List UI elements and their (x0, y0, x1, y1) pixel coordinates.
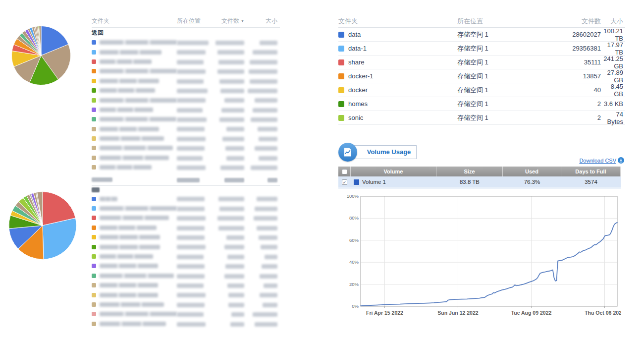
redacted-table-row[interactable] (92, 271, 280, 281)
column-header-size[interactable]: Size (436, 167, 503, 176)
redacted-location-cell (177, 153, 212, 162)
redacted-table-row[interactable] (92, 223, 280, 232)
redacted-table-row[interactable] (92, 281, 280, 290)
redacted-size-cell (244, 48, 280, 57)
back-row[interactable]: 返回 (92, 28, 280, 38)
redacted-table-row[interactable] (92, 232, 280, 242)
x-axis-label: Fri Apr 15 2022 (366, 310, 403, 316)
redacted-table-row[interactable] (92, 47, 280, 57)
redacted-location-cell (177, 242, 212, 251)
redacted-table-row[interactable] (92, 86, 280, 95)
column-header-location[interactable]: 所在位置 (457, 17, 540, 26)
redacted-table-row[interactable] (92, 124, 280, 134)
redacted-count-cell (212, 105, 244, 114)
redacted-table-row[interactable] (92, 252, 280, 261)
folder-table-row[interactable]: docker-1存储空间 11385727.89 GB (338, 69, 625, 83)
folder-table-row[interactable]: homes存储空间 123.6 KB (338, 97, 625, 111)
redacted-location (177, 137, 206, 141)
download-csv-link[interactable]: Download CSV (579, 157, 624, 164)
redacted-table-row[interactable] (92, 114, 280, 124)
redacted-location-cell (177, 204, 212, 213)
redacted-folder-cell (92, 312, 177, 316)
redacted-folder-name (100, 197, 117, 201)
redacted-count (231, 312, 244, 317)
column-header-location[interactable]: 所在位置 (177, 17, 212, 25)
redacted-size (255, 146, 277, 151)
folder-table-row[interactable]: sonic存储空间 1274 Bytes (338, 111, 625, 125)
folder-count-cell: 29356381 (540, 45, 601, 52)
redacted-folder-cell (92, 274, 177, 278)
redacted-location (177, 197, 205, 201)
redacted-size (259, 235, 277, 240)
redacted-table-row[interactable] (92, 38, 280, 47)
redacted-table-row[interactable] (92, 309, 280, 319)
redacted-count-cell (212, 163, 244, 172)
redacted-folder-cell (92, 136, 177, 141)
folder-table-row[interactable]: data-1存储空间 12935638117.97 TB (338, 42, 625, 56)
column-header-count[interactable]: 文件数▼ (212, 17, 244, 25)
redacted-table-row[interactable] (92, 204, 280, 213)
column-header-size[interactable]: 大小 (601, 17, 625, 26)
redacted-table-row[interactable] (92, 213, 280, 223)
column-header-count[interactable]: 文件数 (540, 17, 601, 26)
redacted-count (221, 108, 244, 113)
column-header-volume[interactable]: Volume (351, 167, 436, 176)
redacted-size (265, 255, 277, 259)
redacted-table-row[interactable] (92, 300, 280, 309)
redacted-table-row[interactable] (92, 163, 280, 172)
volume-table-row[interactable]: ✓Volume 183.8 TB76.3%3574 (338, 176, 621, 187)
select-all-checkbox[interactable] (342, 169, 347, 174)
folder-name-cell: data (338, 31, 457, 38)
column-header-folder[interactable]: 文件夹 (338, 17, 457, 26)
redacted-table-row[interactable] (92, 95, 280, 105)
redacted-location-cell (177, 262, 212, 271)
column-header-folder[interactable]: 文件夹 (92, 17, 177, 25)
redacted-location (177, 146, 205, 151)
redacted-table-row[interactable] (92, 153, 280, 163)
redacted-location-cell (177, 76, 212, 85)
redacted-folder-cell (92, 322, 177, 326)
folder-table-row[interactable]: share存储空间 135111241.25 GB (338, 56, 625, 69)
redacted-table-row[interactable] (92, 194, 280, 203)
left-table2-header-redacted (92, 174, 280, 186)
back-row-redacted[interactable] (92, 186, 280, 194)
redacted-table-row[interactable] (92, 261, 280, 271)
redacted-folder-cell (92, 302, 177, 307)
redacted-location (177, 50, 206, 55)
redacted-size-cell (244, 223, 280, 232)
redacted-table-row[interactable] (92, 319, 280, 329)
redacted-folder-cell (92, 117, 177, 121)
column-header-days-to-full[interactable]: Days to Full (561, 167, 621, 176)
redacted-size (261, 245, 277, 249)
volume-checkbox[interactable]: ✓ (342, 179, 347, 185)
redacted-size (257, 226, 277, 230)
folder-color-chip (338, 87, 344, 93)
redacted-table-row[interactable] (92, 57, 280, 66)
redacted-location (177, 283, 204, 288)
redacted-table-row[interactable] (92, 76, 280, 86)
folder-count-cell: 13857 (540, 72, 601, 80)
column-header-size[interactable]: 大小 (244, 17, 280, 25)
redacted-folder-name (100, 69, 177, 73)
redacted-folder-name (100, 302, 164, 307)
redacted-table-row[interactable] (92, 134, 280, 143)
redacted-table-row[interactable] (92, 143, 280, 153)
folder-color-chip (92, 165, 96, 170)
folder-size-cell: 100.21 TB (601, 27, 625, 42)
redacted-folder-name (100, 127, 159, 131)
folder-table-row[interactable]: data存储空间 128602027100.21 TB (338, 28, 625, 42)
redacted-count (217, 216, 244, 221)
redacted-location (177, 69, 206, 74)
redacted-table-row[interactable] (92, 66, 280, 76)
folder-table-row[interactable]: docker存储空间 1408.45 GB (338, 83, 625, 97)
volume-usage-chart: Fri Apr 15 2022Sun Jun 12 2022Tue Aug 09… (344, 192, 621, 324)
redacted-table-row[interactable] (92, 290, 280, 299)
redacted-table-row[interactable] (92, 105, 280, 114)
volume-table-header: Volume Size Used Days to Full (338, 167, 621, 176)
folder-size-cell: 74 Bytes (601, 111, 625, 125)
redacted-folder-name (100, 88, 155, 93)
redacted-table-row[interactable] (92, 242, 280, 251)
column-header-used[interactable]: Used (503, 167, 561, 176)
redacted-size-cell (244, 242, 280, 251)
redacted-folder-cell (92, 283, 177, 287)
